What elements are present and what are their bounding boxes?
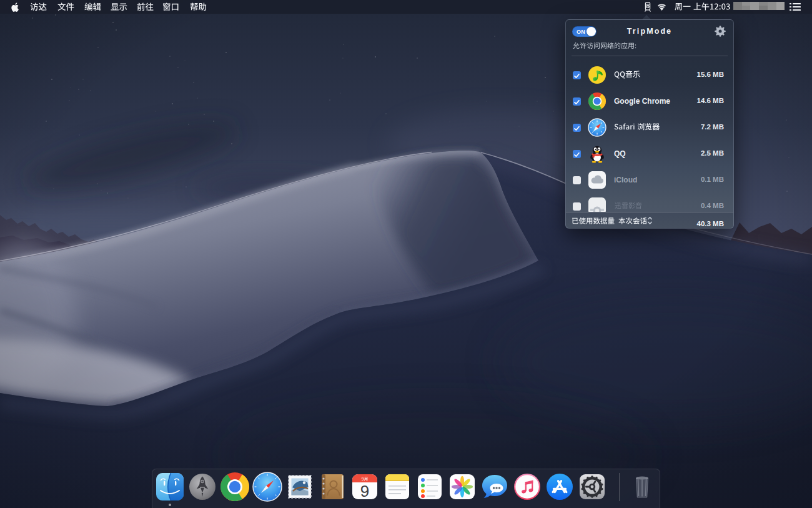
svg-text:9: 9 (360, 482, 369, 501)
